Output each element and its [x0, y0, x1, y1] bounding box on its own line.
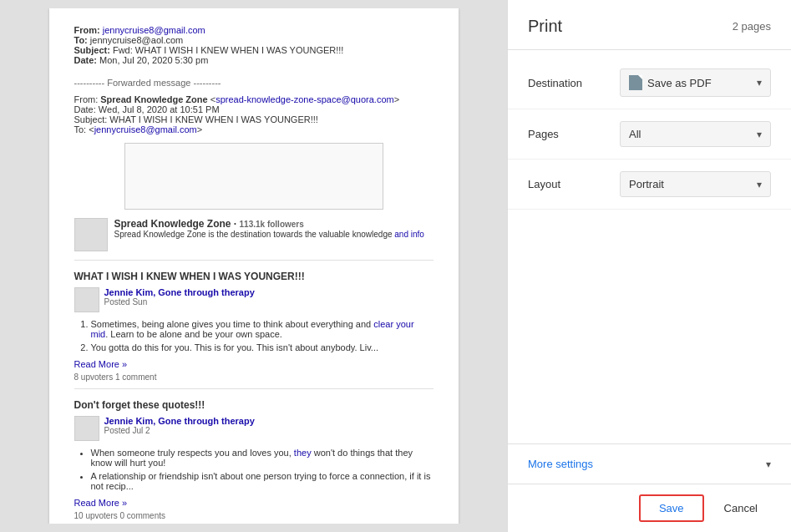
more-settings-label: More settings [528, 458, 593, 470]
destination-select[interactable]: Save as PDF ▾ [620, 68, 771, 97]
article1-title: WHAT I WISH I KNEW WHEN I WAS YOUNGER!!! [74, 271, 434, 282]
layout-control: Portrait ▾ [620, 171, 771, 197]
brand-section: Spread Knowledge Zone · 113.1k followers… [74, 218, 434, 251]
print-pages-count: 2 pages [733, 20, 771, 33]
cancel-button[interactable]: Cancel [711, 496, 771, 520]
from-link[interactable]: jennycruise8@gmail.com [103, 25, 205, 35]
article1-list: Sometimes, being alone gives you time to… [74, 319, 434, 352]
article1-read-more[interactable]: Read More » [74, 359, 128, 369]
brand-logo [74, 218, 108, 251]
print-title: Print [528, 17, 562, 36]
article2-list: When someone truly respects you and love… [74, 448, 434, 491]
preview-pane: From: jennycruise8@gmail.com To: jennycr… [0, 0, 507, 532]
fwd-email-link[interactable]: spread-knowledge-zone-space@quora.com [215, 94, 394, 104]
pages-chevron: ▾ [757, 129, 762, 140]
email-page: From: jennycruise8@gmail.com To: jennycr… [49, 8, 459, 524]
layout-select[interactable]: Portrait ▾ [620, 171, 771, 197]
layout-row: Layout Portrait ▾ [508, 160, 791, 210]
author2-avatar [74, 416, 99, 441]
preview-scroll[interactable]: From: jennycruise8@gmail.com To: jennycr… [8, 8, 499, 524]
print-header: Print 2 pages [508, 0, 791, 50]
article2-author: Jennie Kim, Gone through therapy Posted … [74, 416, 434, 441]
pdf-icon [629, 75, 642, 90]
pages-row: Pages All ▾ [508, 109, 791, 160]
brand-link[interactable]: and info [394, 230, 424, 239]
print-panel: Print 2 pages Destination Save as PDF ▾ [507, 0, 791, 532]
email-image [124, 143, 383, 210]
article2-read-more[interactable]: Read More » [74, 498, 128, 508]
email-header: From: jennycruise8@gmail.com To: jennycr… [74, 25, 434, 65]
article2-stats: 10 upvoters 0 comments [74, 511, 434, 520]
pages-select-wrapper: All ▾ [620, 121, 771, 147]
destination-control: Save as PDF ▾ [620, 68, 771, 97]
print-footer: Save Cancel [508, 484, 791, 532]
destination-label: Destination [528, 77, 620, 89]
layout-label: Layout [528, 178, 620, 190]
article2-link1[interactable]: they [294, 448, 312, 458]
more-settings-chevron: ▾ [766, 459, 771, 470]
forwarded-header: From: Spread Knowledge Zone <spread-know… [74, 94, 434, 134]
article1-link1[interactable]: clear your mid [91, 319, 414, 339]
destination-chevron: ▾ [757, 77, 762, 89]
save-button[interactable]: Save [639, 494, 704, 522]
section-divider-2 [74, 388, 434, 389]
article2-title: Don't forget these quotes!!! [74, 399, 434, 411]
brand-info: Spread Knowledge Zone · 113.1k followers… [114, 218, 424, 239]
more-settings-row[interactable]: More settings ▾ [508, 443, 791, 484]
forwarded-divider: ---------- Forwarded message --------- [74, 78, 434, 88]
print-options: Destination Save as PDF ▾ Pages [508, 50, 791, 443]
pages-select[interactable]: All ▾ [620, 121, 771, 147]
fwd-to-link[interactable]: jennycruise8@gmail.com [94, 124, 197, 134]
article1-author: Jennie Kim, Gone through therapy Posted … [74, 287, 434, 312]
pages-label: Pages [528, 128, 620, 140]
pages-control: All ▾ [620, 121, 771, 147]
section-divider-1 [74, 260, 434, 261]
destination-row: Destination Save as PDF ▾ [508, 57, 791, 109]
author1-avatar [74, 287, 99, 312]
layout-select-wrapper: Portrait ▾ [620, 171, 771, 197]
destination-select-wrapper: Save as PDF ▾ [620, 68, 771, 97]
layout-chevron: ▾ [757, 179, 762, 190]
article1-stats: 8 upvoters 1 comment [74, 372, 434, 382]
